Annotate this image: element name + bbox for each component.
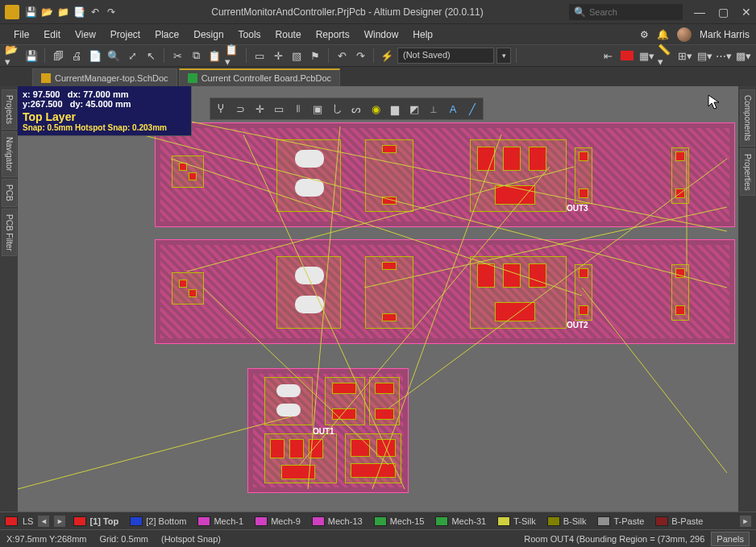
filter-icon[interactable]: Ⴤ [214,102,228,116]
layer-prev-icon[interactable]: ◄ [38,516,49,527]
viewconfig-icon[interactable]: ▤▾ [696,48,712,64]
rail-navigator[interactable]: Navigator [2,131,17,177]
layer-tab[interactable]: Mech-31 [432,516,489,526]
layer-tab[interactable]: T-Paste [594,516,647,526]
notifications-bell-icon[interactable]: 🔔 [657,29,669,40]
open-icon[interactable]: 📂 [40,6,53,19]
layer-tab[interactable]: B-Paste [652,516,706,526]
undo-button[interactable]: ↶ [334,48,350,64]
tab-pcbdoc[interactable]: Current Controller Board.PcbDoc [179,68,340,86]
layer-tab[interactable]: Mech-9 [251,516,304,526]
user-avatar[interactable] [677,27,692,42]
cursor-select-icon[interactable]: ↖ [143,48,159,64]
layer-color-swatch [197,516,210,526]
layer-tab-label: B-Silk [563,516,587,526]
redo-button[interactable]: ↷ [352,48,368,64]
menu-edit[interactable]: Edit [36,27,68,43]
rail-pcb-filter[interactable]: PCB Filter [2,209,17,257]
menu-view[interactable]: View [68,27,103,43]
open-project-icon[interactable]: 📁 [56,6,69,19]
more-icon[interactable]: ⋯▾ [716,48,732,64]
layer-tab[interactable]: Mech-13 [309,516,366,526]
layer-tab[interactable]: [2] Bottom [127,516,189,526]
paste-special-icon[interactable]: 📋▾ [225,48,241,64]
menu-window[interactable]: Window [357,27,406,43]
deselect-icon[interactable]: ▧ [289,48,305,64]
maximize-button[interactable]: ▢ [718,6,729,19]
minimize-button[interactable]: — [694,6,705,19]
copy-icon[interactable]: ⧉ [188,48,204,64]
rail-projects[interactable]: Projects [2,89,17,130]
layer-next-icon[interactable]: ► [54,516,65,527]
zoom-region-icon[interactable]: 🔍 [106,48,122,64]
panels-button[interactable]: Panels [711,532,750,546]
zoom-fit-icon[interactable]: ⤢ [124,48,140,64]
measure-icon[interactable]: 📏▾ [658,48,674,64]
menu-reports[interactable]: Reports [309,27,357,43]
grid-icon[interactable]: ▦▾ [638,48,654,64]
diagonal-icon[interactable]: ◩ [407,102,422,116]
menu-tools[interactable]: Tools [231,27,268,43]
polygon-icon[interactable]: ▆ [388,102,402,116]
menu-design[interactable]: Design [186,27,231,43]
layer-set-label: LS [23,516,33,526]
route-icon[interactable]: し [330,102,344,116]
interactive-route-icon[interactable]: ᔕ [349,102,363,116]
print-icon[interactable]: 🖨 [69,48,85,64]
menu-route[interactable]: Route [268,27,309,43]
open-docs-icon[interactable]: 📑 [73,6,85,19]
line-icon[interactable]: ╱ [465,102,480,116]
search-input[interactable] [589,7,678,17]
save-button[interactable]: 💾 [23,48,39,64]
active-bar[interactable]: Ⴤ ⊃ ✛ ▭ ⫴ ▣ し ᔕ ◉ ▆ ◩ ⟂ A ╱ [210,97,484,120]
layer-tab[interactable]: B-Silk [544,516,590,526]
text-icon[interactable]: A [446,102,460,116]
crosshair-icon[interactable]: ✛ [252,102,267,116]
undo-icon[interactable]: ↶ [89,6,102,19]
report-icon[interactable]: 📄 [87,48,103,64]
pcb-canvas[interactable]: OUT3 OUT2 OUT1 [18,86,738,512]
align-icon[interactable]: ⫴ [291,102,305,116]
app-logo-icon [5,5,19,19]
rail-properties[interactable]: Properties [740,148,755,197]
menu-project[interactable]: Project [103,27,147,43]
menu-help[interactable]: Help [405,27,440,43]
cut-icon[interactable]: ✂ [169,48,185,64]
layer-tab[interactable]: T-Silk [494,516,539,526]
layer-scroll-right-icon[interactable]: ► [740,516,751,527]
rail-pcb[interactable]: PCB [2,179,17,207]
global-search[interactable]: 🔍 [569,4,683,20]
script-select[interactable]: (Not Saved) [397,48,494,64]
save-icon[interactable]: 💾 [24,6,37,19]
layer-tab[interactable]: [1] Top [70,516,122,526]
select-rect-icon[interactable]: ▭ [251,48,268,64]
layer-color-swatch [655,516,668,526]
open-project-button[interactable]: 📂▾ [5,48,21,64]
chip-icon[interactable]: ▣ [310,102,325,116]
rail-components[interactable]: Components [740,89,755,147]
move-icon[interactable]: ✛ [270,48,286,64]
align-lt-icon[interactable]: ⇤ [600,48,616,64]
snap-magnet-icon[interactable]: ⊃ [233,102,247,116]
tab-schdoc[interactable]: CurrentManager-top.SchDoc [32,68,177,86]
clear-filter-icon[interactable]: ⚑ [307,48,323,64]
board-area: OUT3 OUT2 OUT1 [18,86,738,512]
layer-tabs[interactable]: LS ◄ ► [1] Top[2] BottomMech-1Mech-9Mech… [0,512,756,529]
layer-tab[interactable]: Mech-15 [371,516,428,526]
settings-gear-icon[interactable]: ⚙ [640,29,649,40]
print-preview-icon[interactable]: 🗐 [50,48,66,64]
run-script-icon[interactable]: ⚡ [379,48,395,64]
close-button[interactable]: ✕ [741,6,751,19]
menu-place[interactable]: Place [147,27,186,43]
dimension-icon[interactable]: ⟂ [426,102,441,116]
paste-icon[interactable]: 📋 [206,48,222,64]
script-dropdown[interactable]: ▾ [496,48,511,64]
pattern-icon[interactable]: ▩▾ [735,48,751,64]
menu-file[interactable]: File [6,27,36,43]
snap-icon[interactable]: ⊞▾ [677,48,693,64]
via-icon[interactable]: ◉ [368,102,383,116]
layer-stack-icon[interactable] [619,48,635,64]
redo-icon[interactable]: ↷ [105,6,118,19]
layer-tab[interactable]: Mech-1 [194,516,247,526]
select-rect-icon[interactable]: ▭ [272,102,286,116]
